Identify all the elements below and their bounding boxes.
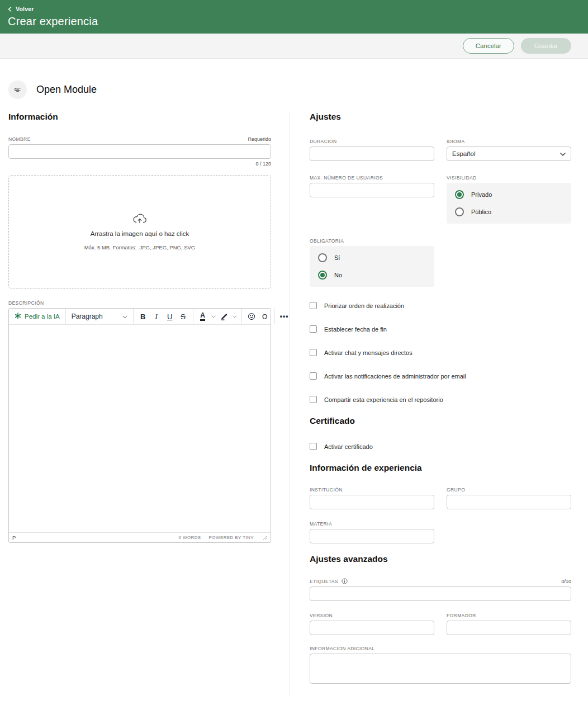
version-input[interactable] xyxy=(310,621,434,635)
radio-publico-label: Público xyxy=(471,209,491,215)
obligatoria-radio-group: Sí No xyxy=(310,246,434,287)
checkbox-label: Priorizar orden de realización xyxy=(324,302,404,309)
radio-privado-label: Privado xyxy=(471,191,492,198)
checkbox-label: Activar chat y mensajes directos xyxy=(324,349,412,356)
radio-privado[interactable]: Privado xyxy=(455,190,563,199)
dropzone-formats-text: Máx. 5 MB. Formatos: .JPG,.JPEG,.PNG,.SV… xyxy=(84,244,196,250)
idioma-selected-value: Español xyxy=(452,150,476,157)
radio-unselected-icon xyxy=(318,253,327,262)
etiquetas-label: ETIQUETAS xyxy=(310,579,338,584)
version-label: VERSIÓN xyxy=(310,613,333,618)
checkbox-activar-certificado[interactable]: Activar certificado xyxy=(310,443,571,450)
word-count: 0 WORDS xyxy=(178,535,201,540)
institucion-label: INSTITUCIÓN xyxy=(310,487,343,493)
info-adicional-textarea[interactable] xyxy=(310,654,571,684)
checkbox-unchecked-icon xyxy=(310,349,317,356)
radio-no[interactable]: No xyxy=(318,271,426,280)
cloud-upload-icon xyxy=(133,214,146,227)
ai-sparkle-icon xyxy=(15,313,21,320)
visibilidad-label: VISIBILIDAD xyxy=(447,175,477,181)
module-title: Open Module xyxy=(36,84,97,96)
radio-selected-icon xyxy=(318,271,327,280)
info-section-title: Información xyxy=(8,112,271,122)
special-character-button[interactable]: Ω xyxy=(259,310,271,323)
editor-content-area[interactable] xyxy=(9,325,271,532)
radio-si-label: Sí xyxy=(334,254,340,261)
checkbox-chat-mensajes[interactable]: Activar chat y mensajes directos xyxy=(310,349,571,356)
back-button[interactable]: Volver xyxy=(8,6,34,12)
highlight-color-button[interactable] xyxy=(218,310,230,323)
checkbox-unchecked-icon xyxy=(310,325,317,333)
paragraph-style-dropdown[interactable]: Paragraph xyxy=(69,313,130,320)
grupo-input[interactable] xyxy=(447,495,571,509)
radio-si[interactable]: Sí xyxy=(318,253,426,262)
text-color-button[interactable]: A xyxy=(197,310,209,323)
checkbox-notificaciones-admin[interactable]: Activar las notificaciones de administra… xyxy=(310,372,571,380)
visibilidad-radio-group: Privado Público xyxy=(447,183,571,224)
checkbox-fecha-fin[interactable]: Establecer fecha de fin xyxy=(310,325,571,333)
ask-ai-button[interactable]: Pedir a la IA xyxy=(12,313,62,320)
module-type-icon xyxy=(8,81,27,99)
radio-publico[interactable]: Público xyxy=(455,207,563,216)
module-header: Open Module xyxy=(8,81,588,99)
max-usuarios-label: MAX. NÚMERO DE USUARIOS xyxy=(310,175,383,181)
checkbox-label: Compartir esta experiencia en el reposit… xyxy=(324,396,443,403)
nombre-counter: 0 / 120 xyxy=(8,161,271,167)
chevron-down-icon xyxy=(560,150,566,157)
editor-toolbar: Pedir a la IA Paragraph B I U S xyxy=(9,309,271,325)
experiencia-section-title: Información de experiencia xyxy=(310,463,571,473)
etiquetas-input[interactable] xyxy=(310,586,571,601)
institucion-input[interactable] xyxy=(310,495,434,509)
description-editor: Pedir a la IA Paragraph B I U S xyxy=(8,308,271,543)
obligatoria-label: OBLIGATORIA xyxy=(310,238,344,244)
editor-status-bar: P 0 WORDS POWERED BY TINY xyxy=(9,532,271,542)
checkbox-unchecked-icon xyxy=(310,396,317,403)
image-dropzone[interactable]: Arrastra la imagen aquí o haz click Máx.… xyxy=(8,175,271,289)
highlight-color-chevron-icon[interactable] xyxy=(231,310,238,323)
settings-column: Ajustes DURACIÓN IDIOMA Español xyxy=(290,112,571,697)
editor-element-path: P xyxy=(12,534,16,541)
nombre-label: NOMBRE xyxy=(8,136,31,142)
radio-selected-icon xyxy=(455,190,464,199)
materia-input[interactable] xyxy=(310,529,434,543)
settings-checkbox-list: Priorizar orden de realización Establece… xyxy=(310,302,571,403)
formador-input[interactable] xyxy=(447,621,571,635)
checkbox-label: Activar las notificaciones de administra… xyxy=(324,373,466,380)
duracion-label: DURACIÓN xyxy=(310,139,337,144)
save-button[interactable]: Guardar xyxy=(521,38,571,54)
formador-label: FORMADOR xyxy=(447,613,476,618)
max-usuarios-input[interactable] xyxy=(310,183,434,197)
radio-no-label: No xyxy=(334,272,342,278)
checkbox-priorizar-orden[interactable]: Priorizar orden de realización xyxy=(310,302,571,309)
editor-resize-handle[interactable] xyxy=(263,536,267,540)
idioma-label: IDIOMA xyxy=(447,139,465,144)
emoticon-button[interactable] xyxy=(245,310,258,323)
checkbox-label: Activar certificado xyxy=(324,443,373,450)
chevron-left-icon xyxy=(8,7,12,12)
powered-by-tiny[interactable]: POWERED BY TINY xyxy=(209,535,254,540)
underline-button[interactable]: U xyxy=(164,310,176,323)
page-header: Volver Crear experiencia xyxy=(0,0,588,34)
ask-ai-label: Pedir a la IA xyxy=(25,313,60,320)
text-color-chevron-icon[interactable] xyxy=(210,310,217,323)
highlighter-pen-icon xyxy=(220,313,228,320)
smiley-icon xyxy=(248,313,255,320)
bold-button[interactable]: B xyxy=(137,310,149,323)
duracion-input[interactable] xyxy=(310,146,434,161)
form-columns: Información NOMBRE Requerido 0 / 120 Arr… xyxy=(0,112,588,697)
action-bar: Cancelar Guardar xyxy=(0,34,588,59)
more-toolbar-button[interactable]: ••• xyxy=(278,310,291,323)
strikethrough-button[interactable]: S xyxy=(177,310,189,323)
radio-unselected-icon xyxy=(455,207,464,216)
dropzone-main-text: Arrastra la imagen aquí o haz click xyxy=(91,230,189,237)
cancel-button[interactable]: Cancelar xyxy=(463,38,514,54)
idioma-select[interactable]: Español xyxy=(447,146,571,161)
checkbox-compartir-repositorio[interactable]: Compartir esta experiencia en el reposit… xyxy=(310,396,571,403)
italic-button[interactable]: I xyxy=(150,310,163,323)
descripcion-label: DESCRIPCIÓN xyxy=(8,300,271,306)
info-icon[interactable] xyxy=(342,578,348,584)
text-color-icon: A xyxy=(200,312,205,321)
page-title: Crear experiencia xyxy=(8,15,580,28)
ajustes-section-title: Ajustes xyxy=(310,112,571,122)
nombre-input[interactable] xyxy=(8,144,271,159)
